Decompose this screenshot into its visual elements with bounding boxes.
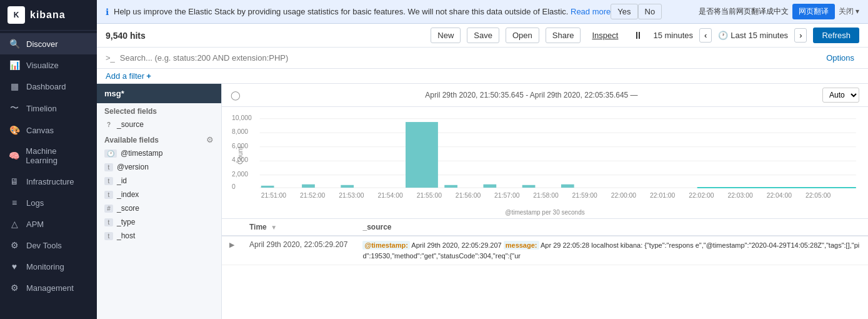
auto-select[interactable]: Auto (822, 88, 859, 103)
sidebar-item-dev-tools[interactable]: ⚙ Dev Tools (0, 235, 97, 256)
field-type-t2: t (104, 177, 113, 185)
timestamp-label: @timestamp per 30 seconds (231, 209, 859, 218)
message-key: message: (504, 241, 539, 250)
logs-icon: ≡ (9, 198, 20, 208)
sidebar-item-label: Timelion (26, 104, 57, 113)
field-name-timestamp: @timestamp (121, 149, 163, 158)
field-name-index: _index (117, 190, 139, 199)
field-item-type[interactable]: t _type (97, 215, 221, 229)
main-content: ℹ Help us improve the Elastic Stack by p… (97, 0, 868, 319)
field-name-id: _id (117, 176, 127, 185)
svg-text:22:05:00: 22:05:00 (806, 191, 831, 199)
yes-button[interactable]: Yes (611, 4, 637, 19)
no-button[interactable]: No (638, 4, 662, 19)
sidebar-item-visualize[interactable]: 📊 Visualize (0, 54, 97, 76)
svg-rect-18 (561, 185, 574, 188)
time-cell: April 29th 2020, 22:05:29.207 (242, 236, 355, 265)
infrastructure-icon: 🖥 (9, 176, 20, 186)
timestamp-val: April 29th 2020, 22:05:29.207 (411, 241, 503, 249)
close-translate-button[interactable]: 关闭 ▾ (839, 6, 859, 17)
field-item-timestamp[interactable]: 🕐 @timestamp (97, 146, 221, 160)
chart-header: ◯ April 29th 2020, 21:50:35.645 - April … (222, 84, 868, 107)
new-button[interactable]: New (431, 28, 461, 43)
dashboard-icon: ▦ (9, 81, 20, 91)
translation-bar: ℹ Help us improve the Elastic Stack by p… (97, 0, 868, 24)
svg-text:21:51:00: 21:51:00 (261, 191, 286, 199)
field-item-host[interactable]: t _host (97, 229, 221, 243)
svg-text:21:56:00: 21:56:00 (456, 191, 481, 199)
svg-text:22:02:00: 22:02:00 (689, 191, 714, 199)
sidebar-item-label: APM (26, 220, 44, 229)
options-button[interactable]: Options (821, 51, 859, 64)
th-time[interactable]: Time ▼ (242, 219, 355, 236)
time-interval-label: 15 minutes (653, 31, 693, 40)
expand-row-button[interactable]: ▶ (229, 241, 234, 249)
svg-text:21:52:00: 21:52:00 (300, 191, 325, 199)
svg-text:22:04:00: 22:04:00 (767, 191, 792, 199)
sidebar-item-label: Management (26, 283, 74, 293)
sidebar-item-machine-learning[interactable]: 🧠 Machine Learning (0, 141, 97, 171)
sidebar-item-label: Infrastructure (26, 177, 74, 186)
sidebar-item-label: Dashboard (26, 82, 66, 91)
table-header-row: Time ▼ _source (222, 219, 868, 236)
svg-text:10,000: 10,000 (232, 114, 252, 121)
svg-text:21:57:00: 21:57:00 (494, 191, 519, 199)
field-name-host: _host (117, 231, 135, 240)
field-item-score[interactable]: # _score (97, 201, 221, 215)
add-filter-label: Add a filter (106, 71, 144, 81)
sidebar-item-label: Discover (26, 39, 58, 49)
sidebar-item-label: Machine Learning (26, 146, 88, 165)
bar-chart-container: 10,000 8,000 6,000 4,000 2,000 0 (222, 107, 868, 219)
canvas-icon: 🎨 (9, 125, 20, 135)
inspect-button[interactable]: Inspect (587, 28, 623, 43)
svg-text:22:01:00: 22:01:00 (650, 191, 675, 199)
sidebar-logo: K kibana (0, 0, 97, 31)
svg-text:8,000: 8,000 (232, 128, 248, 135)
sidebar-item-apm[interactable]: △ APM (0, 213, 97, 235)
svg-text:2,000: 2,000 (232, 170, 248, 178)
field-panel: msg* Selected fields ? _source Available… (97, 84, 222, 319)
translate-button[interactable]: 网页翻译 (792, 4, 835, 19)
sidebar-item-timelion[interactable]: 〜 Timelion (0, 97, 97, 119)
field-item-version[interactable]: t @version (97, 160, 221, 174)
sidebar-item-monitoring[interactable]: ♥ Monitoring (0, 256, 97, 277)
field-item-id[interactable]: t _id (97, 174, 221, 188)
field-item-source[interactable]: ? _source (97, 118, 221, 131)
hits-count: 9,540 hits (106, 31, 424, 41)
share-button[interactable]: Share (546, 28, 581, 43)
source-cell: @timestamp: April 29th 2020, 22:05:29.20… (355, 236, 868, 265)
ml-icon: 🧠 (9, 151, 19, 161)
time-prev-button[interactable]: ‹ (699, 28, 712, 43)
field-type-t5: t (104, 232, 113, 240)
available-fields-section: Available fields ⚙ (97, 131, 221, 146)
collapse-chart-button[interactable]: ◯ (231, 90, 241, 100)
discover-icon: 🔍 (9, 39, 20, 49)
sidebar-item-label: Dev Tools (26, 241, 62, 250)
content-area: msg* Selected fields ? _source Available… (97, 84, 868, 319)
add-filter-link[interactable]: Add a filter + (106, 71, 151, 81)
field-type-question: ? (104, 121, 113, 129)
svg-text:21:53:00: 21:53:00 (339, 191, 364, 199)
sidebar-item-logs[interactable]: ≡ Logs (0, 192, 97, 213)
sidebar-item-discover[interactable]: 🔍 Discover (0, 33, 97, 54)
read-more-link[interactable]: Read more (571, 7, 611, 16)
sidebar-item-canvas[interactable]: 🎨 Canvas (0, 119, 97, 141)
help-text: Help us improve the Elastic Stack by pro… (114, 7, 611, 16)
refresh-button[interactable]: Refresh (813, 28, 859, 43)
sidebar-item-infrastructure[interactable]: 🖥 Infrastructure (0, 171, 97, 192)
save-button[interactable]: Save (467, 28, 499, 43)
open-button[interactable]: Open (506, 28, 539, 43)
field-panel-header: msg* (97, 84, 221, 103)
sidebar-item-management[interactable]: ⚙ Management (0, 277, 97, 298)
expand-cell: ▶ (222, 236, 242, 265)
field-name-score: _score (117, 204, 139, 213)
search-input[interactable] (120, 53, 816, 63)
close-label: 关闭 (839, 7, 854, 16)
settings-icon[interactable]: ⚙ (206, 135, 214, 144)
logo-box: K (7, 6, 25, 24)
svg-rect-13 (302, 185, 315, 188)
pause-button[interactable]: ⏸ (629, 29, 647, 43)
sidebar-item-dashboard[interactable]: ▦ Dashboard (0, 76, 97, 97)
time-next-button[interactable]: › (794, 28, 807, 43)
field-item-index[interactable]: t _index (97, 188, 221, 201)
